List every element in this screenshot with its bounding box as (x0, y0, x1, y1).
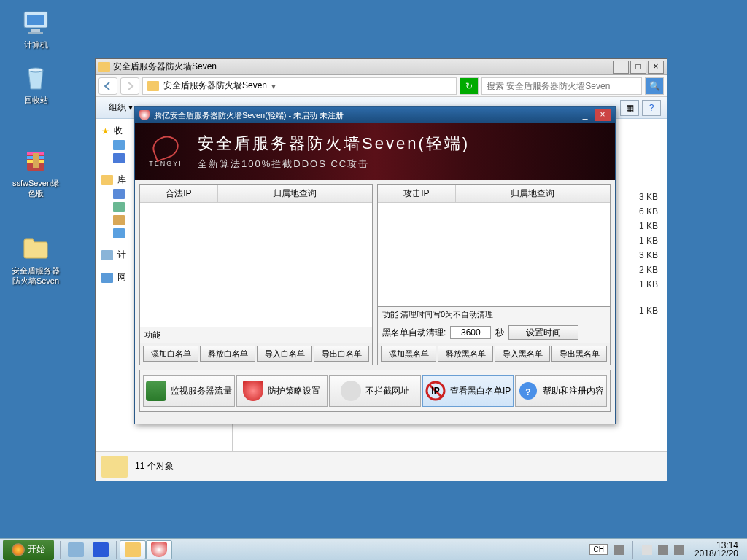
view-lists-button[interactable]: IP 查看黑白名单IP (422, 375, 514, 407)
file-size: 1 KB (639, 221, 658, 231)
banner-subtitle: 全新算法100%拦截DDOS CC攻击 (198, 158, 470, 171)
music-icon (113, 228, 125, 238)
folder-icon (101, 456, 128, 478)
whitelist-table[interactable]: 合法IP 归属地查询 (139, 184, 373, 327)
import-blacklist-button[interactable]: 导入黑名单 (495, 346, 550, 362)
back-button[interactable] (98, 77, 117, 95)
address-path[interactable]: 安全盾服务器防火墙Seven ▾ (142, 77, 457, 95)
set-time-button[interactable]: 设置时间 (508, 325, 578, 340)
archive-icon (21, 146, 50, 175)
folder-icon (21, 233, 50, 262)
close-button[interactable]: × (648, 61, 664, 74)
explorer-titlebar[interactable]: 安全盾服务器防火墙Seven _ □ × (96, 59, 667, 75)
export-whitelist-button[interactable]: 导出白名单 (314, 346, 369, 362)
powershell-icon (93, 542, 109, 557)
video-icon (113, 189, 125, 199)
explorer-address-bar: 安全盾服务器防火墙Seven ▾ ↻ 🔍 (96, 75, 667, 97)
explorer-statusbar: 11 个对象 (96, 451, 667, 481)
release-blacklist-button[interactable]: 释放黑名单 (438, 346, 493, 362)
column-header[interactable]: 归属地查询 (218, 185, 372, 202)
file-size: 1 KB (639, 306, 658, 316)
import-whitelist-button[interactable]: 导入白名单 (257, 346, 312, 362)
file-size: 6 KB (639, 206, 658, 217)
no-block-url-button[interactable]: 不拦截网址 (329, 375, 421, 407)
server-icon (68, 542, 84, 557)
taskbar: 开始 CH 13:14 2018/12/20 (0, 538, 747, 560)
keyboard-icon[interactable] (614, 545, 624, 555)
taskbar-clock[interactable]: 13:14 2018/12/20 (690, 542, 743, 558)
minimize-button[interactable]: _ (613, 61, 629, 74)
help-button[interactable]: ? (642, 100, 661, 116)
folder-icon (98, 62, 110, 72)
function-label: 功能 (140, 327, 372, 343)
monitor-icon (146, 381, 166, 401)
search-input[interactable] (481, 77, 642, 95)
svg-rect-9 (33, 153, 39, 168)
quicklaunch-item[interactable] (88, 540, 113, 559)
maximize-button[interactable]: □ (630, 61, 646, 74)
desktop-icon-recycle[interactable]: 回收站 (10, 63, 61, 105)
view-button[interactable]: ▦ (620, 100, 639, 116)
firewall-window: 腾亿安全盾服务器防火墙Seven(轻端) - 未启动 未注册 _ × TENGY… (134, 106, 616, 424)
blacklist-panel: 攻击IP 归属地查询 功能 清理时间写0为不自动清理 黑名单自动清理: 秒 设置… (377, 184, 611, 365)
blacklist-table[interactable]: 攻击IP 归属地查询 (377, 184, 611, 307)
folder-icon (125, 542, 141, 557)
start-button[interactable]: 开始 (3, 540, 54, 560)
search-button[interactable]: 🔍 (645, 77, 664, 95)
link-icon (341, 381, 361, 401)
monitor-traffic-button[interactable]: 监视服务器流量 (143, 375, 235, 407)
close-button[interactable]: × (595, 109, 611, 121)
column-header[interactable]: 攻击IP (378, 185, 456, 202)
status-text: 11 个对象 (135, 460, 174, 472)
desktop-icon-computer[interactable]: 计算机 (10, 7, 61, 50)
tray-volume-icon[interactable] (674, 545, 684, 555)
desktop-icon-ssfw[interactable]: ssfwSeven绿色版 (10, 146, 61, 198)
firewall-titlebar[interactable]: 腾亿安全盾服务器防火墙Seven(轻端) - 未启动 未注册 _ × (135, 107, 615, 123)
svg-rect-3 (28, 32, 43, 34)
refresh-button[interactable]: ↻ (460, 77, 479, 95)
clean-interval-input[interactable] (450, 326, 491, 339)
add-whitelist-button[interactable]: 添加白名单 (143, 346, 198, 362)
ime-indicator[interactable]: CH (589, 544, 607, 555)
help-icon: ? (518, 381, 538, 401)
windows-orb-icon (12, 543, 25, 556)
library-icon (101, 175, 113, 185)
download-icon (113, 140, 125, 150)
firewall-banner: TENGYI 安全盾服务器防火墙Seven(轻端) 全新算法100%拦截DDOS… (135, 123, 615, 180)
minimize-button[interactable]: _ (577, 109, 593, 121)
column-header[interactable]: 归属地查询 (456, 185, 610, 202)
tray-network-icon[interactable] (658, 545, 668, 555)
function-label: 功能 清理时间写0为不自动清理 (378, 307, 610, 322)
svg-rect-1 (27, 15, 44, 25)
taskbar-firewall[interactable] (146, 540, 172, 559)
shield-icon (151, 542, 167, 557)
release-whitelist-button[interactable]: 释放白名单 (200, 346, 255, 362)
add-blacklist-button[interactable]: 添加黑名单 (381, 346, 436, 362)
export-blacklist-button[interactable]: 导出黑名单 (551, 346, 607, 362)
file-size: 3 KB (639, 250, 658, 260)
taskbar-explorer[interactable] (120, 540, 146, 559)
computer-icon (21, 7, 50, 36)
folder-icon (147, 81, 159, 91)
ip-block-icon: IP (425, 381, 446, 401)
help-register-button[interactable]: ? 帮助和注册内容 (515, 375, 607, 407)
system-tray: CH 13:14 2018/12/20 (585, 541, 747, 559)
svg-text:IP: IP (431, 386, 439, 396)
svg-point-4 (28, 68, 43, 72)
tray-flag-icon[interactable] (642, 545, 652, 555)
firewall-title: 腾亿安全盾服务器防火墙Seven(轻端) - 未启动 未注册 (154, 110, 576, 121)
clean-label: 黑名单自动清理: (382, 327, 446, 339)
tengyi-logo: TENGYI (145, 131, 186, 172)
clean-unit: 秒 (495, 327, 504, 339)
quicklaunch-item[interactable] (63, 540, 88, 559)
file-size: 2 KB (639, 265, 658, 275)
forward-button[interactable] (120, 77, 139, 95)
picture-icon (113, 202, 125, 212)
file-size: 3 KB (639, 192, 658, 202)
column-header[interactable]: 合法IP (140, 185, 218, 202)
shield-icon (243, 381, 263, 401)
svg-text:?: ? (526, 387, 531, 397)
desktop-icon-fwfolder[interactable]: 安全盾服务器防火墙Seven (10, 233, 61, 286)
recycle-bin-icon (21, 63, 50, 92)
policy-settings-button[interactable]: 防护策略设置 (236, 375, 328, 407)
